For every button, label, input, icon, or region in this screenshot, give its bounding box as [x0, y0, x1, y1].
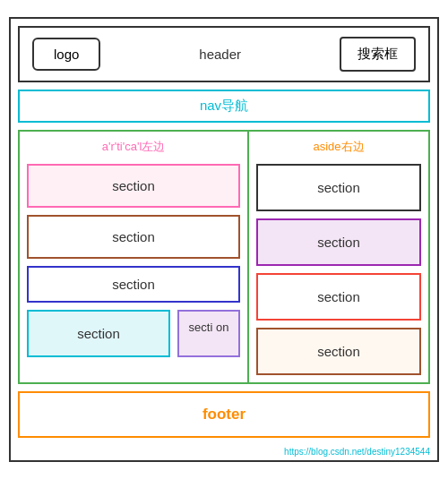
- section-brown: section: [27, 215, 240, 259]
- article-section: a'r'ti'ca'l左边 section section section se…: [20, 132, 249, 382]
- nav-bar[interactable]: nav导航: [18, 90, 430, 123]
- aside-section-brown: section: [256, 328, 421, 375]
- watermark: https://blog.csdn.net/destiny1234544: [11, 445, 437, 460]
- search-box[interactable]: 搜索框: [340, 37, 416, 72]
- logo: logo: [32, 38, 100, 71]
- aside-section: aside右边 section section section section: [249, 132, 428, 382]
- section-row: section secti on: [27, 310, 240, 357]
- section-blue: section: [27, 266, 240, 303]
- aside-section-purple: section: [256, 218, 421, 266]
- main-content: a'r'ti'ca'l左边 section section section se…: [18, 130, 430, 384]
- aside-section-red: section: [256, 273, 421, 321]
- section-pink: section: [27, 164, 240, 208]
- section-cyan: section: [27, 310, 170, 357]
- aside-label: aside右边: [256, 139, 421, 155]
- header: logo header 搜索框: [18, 26, 430, 82]
- article-label: a'r'ti'ca'l左边: [27, 139, 240, 155]
- header-title: header: [199, 47, 241, 62]
- section-lavender: secti on: [177, 310, 240, 357]
- page-wrapper: logo header 搜索框 nav导航 a'r'ti'ca'l左边 sect…: [9, 17, 439, 462]
- footer: footer: [18, 391, 430, 438]
- aside-section-black: section: [256, 164, 421, 211]
